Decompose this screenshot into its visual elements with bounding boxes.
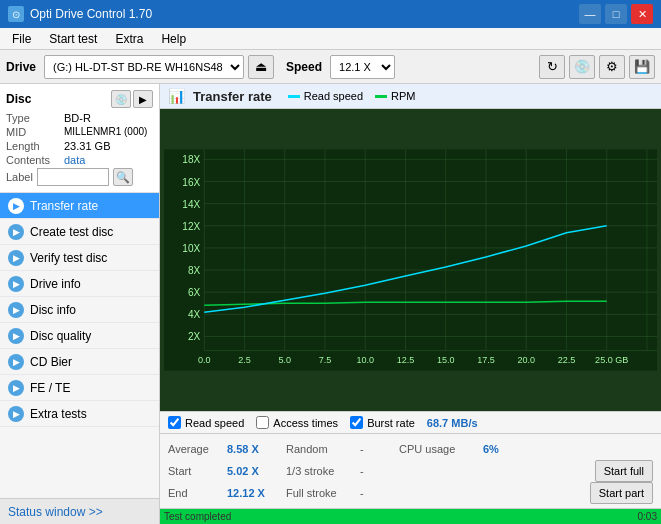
- drive-select[interactable]: (G:) HL-DT-ST BD-RE WH16NS48 1.D3: [44, 55, 244, 79]
- app-title: Opti Drive Control 1.70: [30, 7, 152, 21]
- svg-text:22.5: 22.5: [558, 355, 576, 365]
- menu-extra[interactable]: Extra: [107, 30, 151, 48]
- progress-bar-fill: Test completed: [160, 509, 661, 524]
- start-full-button[interactable]: Start full: [595, 460, 653, 482]
- disc-label-btn[interactable]: 🔍: [113, 168, 133, 186]
- speed-select[interactable]: 12.1 X: [330, 55, 395, 79]
- cpu-value: 6%: [483, 443, 499, 455]
- burst-rate-value: 68.7 MB/s: [427, 417, 478, 429]
- svg-text:5.0: 5.0: [278, 355, 291, 365]
- burst-rate-checkbox[interactable]: [350, 416, 363, 429]
- one-third-value: -: [360, 465, 395, 477]
- start-label: Start: [168, 465, 223, 477]
- avg-label: Average: [168, 443, 223, 455]
- title-bar: ⊙ Opti Drive Control 1.70 — □ ✕: [0, 0, 661, 28]
- disc-contents-value: data: [64, 154, 85, 166]
- disc-length-value: 23.31 GB: [64, 140, 110, 152]
- menu-file[interactable]: File: [4, 30, 39, 48]
- svg-text:18X: 18X: [182, 154, 200, 165]
- minimize-button[interactable]: —: [579, 4, 601, 24]
- disc-quality-icon: ▶: [8, 328, 24, 344]
- transfer-rate-icon: ▶: [8, 198, 24, 214]
- menu-help[interactable]: Help: [153, 30, 194, 48]
- svg-text:2X: 2X: [188, 331, 201, 342]
- disc-icon-btn1[interactable]: 💿: [111, 90, 131, 108]
- svg-rect-0: [164, 149, 657, 370]
- close-button[interactable]: ✕: [631, 4, 653, 24]
- svg-text:20.0: 20.0: [517, 355, 535, 365]
- full-stroke-value: -: [360, 487, 395, 499]
- disc-type-value: BD-R: [64, 112, 91, 124]
- burst-rate-checkbox-label[interactable]: Burst rate: [350, 416, 415, 429]
- status-window-btn[interactable]: Status window >>: [0, 498, 159, 524]
- disc-info-icon: ▶: [8, 302, 24, 318]
- sidebar-item-disc-info[interactable]: ▶ Disc info: [0, 297, 159, 323]
- disc-contents-label: Contents: [6, 154, 64, 166]
- access-times-checkbox[interactable]: [256, 416, 269, 429]
- end-label: End: [168, 487, 223, 499]
- chart-legend: Read speed RPM: [288, 90, 416, 102]
- disc-type-label: Type: [6, 112, 64, 124]
- fe-te-icon: ▶: [8, 380, 24, 396]
- read-speed-label: Read speed: [185, 417, 244, 429]
- cd-bier-icon: ▶: [8, 354, 24, 370]
- read-speed-checkbox-label[interactable]: Read speed: [168, 416, 244, 429]
- sidebar-item-create-test-disc[interactable]: ▶ Create test disc: [0, 219, 159, 245]
- sidebar-item-extra-tests[interactable]: ▶ Extra tests: [0, 401, 159, 427]
- drive-label: Drive: [6, 60, 36, 74]
- sidebar-item-label-cd-bier: CD Bier: [30, 355, 72, 369]
- eject-button[interactable]: ⏏: [248, 55, 274, 79]
- sidebar: Disc 💿 ▶ Type BD-R MID MILLENMR1 (000) L…: [0, 84, 160, 524]
- disc-label-label: Label: [6, 171, 33, 183]
- avg-value: 8.58 X: [227, 443, 282, 455]
- sidebar-item-transfer-rate[interactable]: ▶ Transfer rate: [0, 193, 159, 219]
- sidebar-item-cd-bier[interactable]: ▶ CD Bier: [0, 349, 159, 375]
- menu-start-test[interactable]: Start test: [41, 30, 105, 48]
- access-times-checkbox-label[interactable]: Access times: [256, 416, 338, 429]
- stats-area: Average 8.58 X Random - CPU usage 6% Sta…: [160, 433, 661, 508]
- full-stroke-label: Full stroke: [286, 487, 356, 499]
- start-part-button[interactable]: Start part: [590, 482, 653, 504]
- svg-text:0.0: 0.0: [198, 355, 211, 365]
- legend-read-speed: Read speed: [288, 90, 363, 102]
- sidebar-item-label-fe-te: FE / TE: [30, 381, 70, 395]
- disc-label-input[interactable]: [37, 168, 109, 186]
- svg-text:16X: 16X: [182, 177, 200, 188]
- maximize-button[interactable]: □: [605, 4, 627, 24]
- chart-icon: 📊: [168, 88, 185, 104]
- burn-button[interactable]: 💿: [569, 55, 595, 79]
- disc-mid-field: MID MILLENMR1 (000): [6, 126, 153, 138]
- disc-type-field: Type BD-R: [6, 112, 153, 124]
- disc-length-label: Length: [6, 140, 64, 152]
- disc-label-row: Label 🔍: [6, 168, 153, 186]
- content-area: 📊 Transfer rate Read speed RPM: [160, 84, 661, 524]
- disc-mid-label: MID: [6, 126, 64, 138]
- one-third-label: 1/3 stroke: [286, 465, 356, 477]
- create-test-disc-icon: ▶: [8, 224, 24, 240]
- disc-icon-btn2[interactable]: ▶: [133, 90, 153, 108]
- svg-text:17.5: 17.5: [477, 355, 495, 365]
- sidebar-item-label-extra-tests: Extra tests: [30, 407, 87, 421]
- cpu-label: CPU usage: [399, 443, 479, 455]
- save-button[interactable]: 💾: [629, 55, 655, 79]
- svg-text:7.5: 7.5: [319, 355, 332, 365]
- random-label: Random: [286, 443, 356, 455]
- sidebar-item-label-disc-quality: Disc quality: [30, 329, 91, 343]
- speed-label: Speed: [286, 60, 322, 74]
- sidebar-item-verify-test-disc[interactable]: ▶ Verify test disc: [0, 245, 159, 271]
- drive-info-icon: ▶: [8, 276, 24, 292]
- sidebar-item-fe-te[interactable]: ▶ FE / TE: [0, 375, 159, 401]
- sidebar-item-drive-info[interactable]: ▶ Drive info: [0, 271, 159, 297]
- extra-tests-icon: ▶: [8, 406, 24, 422]
- disc-panel-title: Disc: [6, 92, 31, 106]
- progress-bar-container: Test completed 0:03: [160, 508, 661, 524]
- svg-text:15.0: 15.0: [437, 355, 455, 365]
- chart-title: Transfer rate: [193, 89, 272, 104]
- svg-text:14X: 14X: [182, 199, 200, 210]
- read-speed-checkbox[interactable]: [168, 416, 181, 429]
- settings-button[interactable]: ⚙: [599, 55, 625, 79]
- sidebar-item-disc-quality[interactable]: ▶ Disc quality: [0, 323, 159, 349]
- status-window-label: Status window >>: [8, 505, 103, 519]
- refresh-button[interactable]: ↻: [539, 55, 565, 79]
- svg-text:4X: 4X: [188, 309, 201, 320]
